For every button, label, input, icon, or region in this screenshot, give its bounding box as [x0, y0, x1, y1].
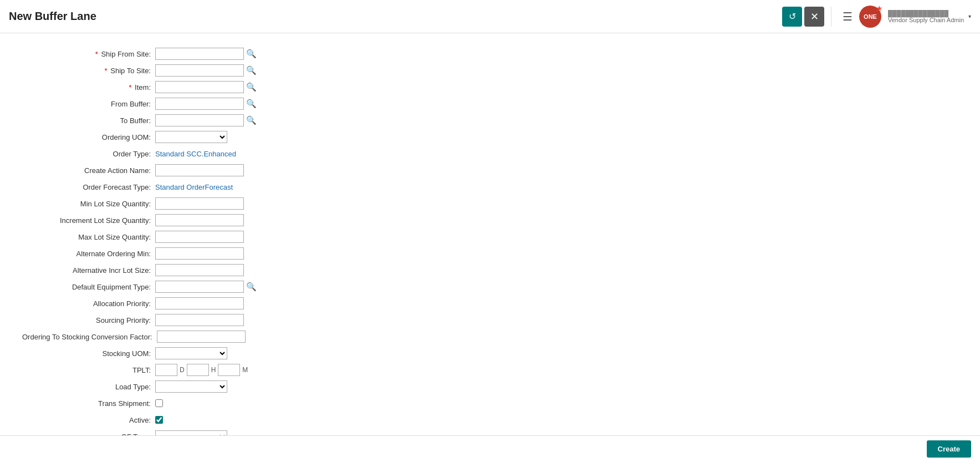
avatar-initials: ONE: [864, 13, 877, 20]
default-equipment-type-search-button[interactable]: 🔍: [245, 282, 258, 292]
ordering-uom-select[interactable]: [155, 131, 227, 143]
required-star: *: [129, 83, 131, 92]
ship-to-site-search-button[interactable]: 🔍: [245, 65, 258, 75]
allocation-priority-input[interactable]: [155, 297, 244, 309]
header-divider: [831, 7, 831, 27]
tplt-d-input[interactable]: [155, 364, 177, 376]
create-action-name-input[interactable]: [155, 164, 244, 176]
alternate-ordering-min-label: Alternate Ordering Min:: [22, 250, 155, 258]
trans-shipment-checkbox[interactable]: [155, 399, 163, 407]
active-label: Active:: [22, 416, 155, 424]
search-icon: 🔍: [246, 282, 257, 291]
trans-shipment-row: Trans Shipment:: [22, 396, 355, 410]
min-lot-size-label: Min Lot Size Quantity:: [22, 200, 155, 208]
max-lot-size-row: Max Lot Size Quantity:: [22, 230, 355, 244]
from-buffer-input[interactable]: [155, 98, 244, 110]
from-buffer-search-button[interactable]: 🔍: [245, 99, 258, 109]
refresh-icon: ↺: [789, 11, 796, 22]
tplt-h-input[interactable]: [187, 364, 209, 376]
item-search-button[interactable]: 🔍: [245, 82, 258, 92]
item-label: * Item:: [22, 83, 155, 92]
tplt-m-input[interactable]: [218, 364, 240, 376]
increment-lot-size-row: Increment Lot Size Quantity:: [22, 213, 355, 227]
close-button[interactable]: ✕: [804, 7, 824, 27]
refresh-button[interactable]: ↺: [782, 7, 802, 27]
close-icon: ✕: [810, 11, 819, 23]
user-dropdown-arrow[interactable]: ▾: [968, 13, 971, 19]
main-content: * Ship From Site: 🔍 * Ship To Site: 🔍 *: [0, 33, 980, 462]
item-row: * Item: 🔍: [22, 80, 355, 94]
create-button[interactable]: Create: [927, 440, 971, 458]
ordering-stocking-row: Ordering To Stocking Conversion Factor:: [22, 329, 355, 344]
to-buffer-input[interactable]: [155, 114, 244, 126]
user-name: ██████████████: [888, 10, 964, 17]
page-title: New Buffer Lane: [9, 10, 782, 23]
ship-to-site-input[interactable]: [155, 64, 244, 77]
active-checkbox[interactable]: [155, 416, 163, 424]
menu-icon: ☰: [843, 11, 853, 23]
ship-from-site-row: * Ship From Site: 🔍: [22, 47, 355, 61]
alternative-incr-lot-size-input[interactable]: [155, 264, 244, 276]
order-type-label: Order Type:: [22, 150, 155, 158]
order-forecast-type-label: Order Forecast Type:: [22, 183, 155, 191]
ship-to-site-row: * Ship To Site: 🔍: [22, 63, 355, 78]
search-icon: 🔍: [246, 99, 257, 108]
to-buffer-search-button[interactable]: 🔍: [245, 115, 258, 125]
required-star: *: [95, 50, 98, 58]
header-right: ↺ ✕ ☰ ONE ★ ██████████████ Vendor Supply…: [782, 6, 971, 28]
avatar-container: ONE ★: [859, 6, 881, 28]
order-type-value: Standard SCC.Enhanced: [155, 150, 236, 158]
alternative-incr-lot-size-row: Alternative Incr Lot Size:: [22, 263, 355, 277]
ship-from-site-input[interactable]: [155, 48, 244, 60]
sourcing-priority-input[interactable]: [155, 314, 244, 326]
load-type-label: Load Type:: [22, 383, 155, 391]
default-equipment-type-input[interactable]: [155, 281, 244, 293]
ship-from-site-label: * Ship From Site:: [22, 50, 155, 58]
user-info: ██████████████ Vendor Supply Chain Admin: [888, 10, 964, 23]
from-buffer-label: From Buffer:: [22, 100, 155, 108]
to-buffer-row: To Buffer: 🔍: [22, 113, 355, 128]
load-type-select[interactable]: [155, 380, 227, 393]
max-lot-size-input[interactable]: [155, 231, 244, 243]
ordering-stocking-input[interactable]: [157, 331, 246, 343]
order-forecast-type-value: Standard OrderForecast: [155, 183, 233, 191]
alternative-incr-lot-size-label: Alternative Incr Lot Size:: [22, 266, 155, 275]
active-row: Active:: [22, 413, 355, 427]
load-type-row: Load Type:: [22, 379, 355, 394]
search-icon: 🔍: [246, 65, 257, 75]
tplt-d-label: D: [180, 366, 185, 374]
allocation-priority-row: Allocation Priority:: [22, 296, 355, 311]
menu-button[interactable]: ☰: [838, 8, 857, 26]
default-equipment-type-label: Default Equipment Type:: [22, 283, 155, 291]
tplt-h-label: H: [211, 366, 216, 374]
tplt-inputs: D H M: [155, 364, 248, 376]
max-lot-size-label: Max Lot Size Quantity:: [22, 233, 155, 241]
item-input[interactable]: [155, 81, 244, 93]
to-buffer-label: To Buffer:: [22, 116, 155, 125]
form-container: * Ship From Site: 🔍 * Ship To Site: 🔍 *: [22, 47, 355, 444]
app-header: New Buffer Lane ↺ ✕ ☰ ONE ★ ████████████…: [0, 0, 980, 33]
allocation-priority-label: Allocation Priority:: [22, 299, 155, 308]
tplt-label: TPLT:: [22, 366, 155, 374]
min-lot-size-input[interactable]: [155, 197, 244, 210]
sourcing-priority-row: Sourcing Priority:: [22, 313, 355, 327]
stocking-uom-label: Stocking UOM:: [22, 349, 155, 358]
ordering-uom-label: Ordering UOM:: [22, 133, 155, 141]
create-action-name-label: Create Action Name:: [22, 166, 155, 175]
ordering-stocking-label: Ordering To Stocking Conversion Factor:: [22, 333, 157, 341]
increment-lot-size-input[interactable]: [155, 214, 244, 226]
user-role: Vendor Supply Chain Admin: [888, 17, 964, 23]
order-forecast-type-row: Order Forecast Type: Standard OrderForec…: [22, 180, 355, 194]
tplt-m-label: M: [242, 366, 248, 374]
required-star: *: [105, 67, 108, 75]
order-type-row: Order Type: Standard SCC.Enhanced: [22, 146, 355, 161]
increment-lot-size-label: Increment Lot Size Quantity:: [22, 216, 155, 225]
default-equipment-type-row: Default Equipment Type: 🔍: [22, 280, 355, 294]
stocking-uom-row: Stocking UOM:: [22, 346, 355, 361]
min-lot-size-row: Min Lot Size Quantity:: [22, 196, 355, 211]
alternate-ordering-min-row: Alternate Ordering Min:: [22, 246, 355, 261]
stocking-uom-select[interactable]: [155, 347, 227, 359]
alternate-ordering-min-input[interactable]: [155, 247, 244, 260]
notification-badge: ★: [876, 4, 883, 13]
ship-from-site-search-button[interactable]: 🔍: [245, 49, 258, 59]
